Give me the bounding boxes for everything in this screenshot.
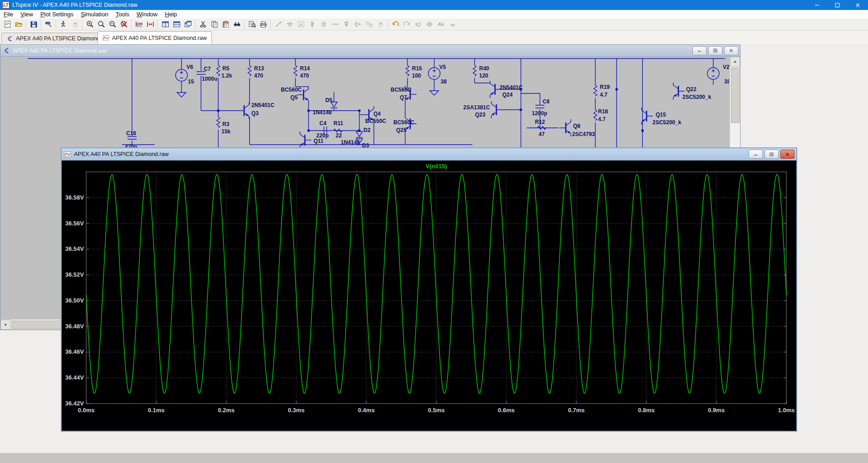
place-inductor-button [329, 19, 341, 30]
open-button[interactable] [13, 19, 25, 30]
schematic-restore-button[interactable] [708, 46, 722, 55]
toolbar-separator [270, 20, 271, 29]
component-label: 15k [221, 128, 230, 135]
paste-button[interactable] [220, 19, 231, 30]
control-panel-button[interactable] [43, 19, 54, 30]
tile-vertical-button[interactable] [171, 19, 182, 30]
scroll-left-button[interactable] [0, 320, 10, 330]
y-axis-tick-label: 36.52V [62, 271, 84, 278]
x-axis-tick-label: 0.4ms [352, 407, 381, 414]
component-label: Q7 [400, 94, 407, 101]
y-axis-tick-label: 36.56V [62, 220, 84, 227]
menu-tools[interactable]: Tools [112, 10, 133, 19]
component-label: Q5 [290, 94, 298, 101]
component-label: 22 [336, 132, 342, 139]
component-label: C4 [319, 120, 326, 127]
redo-button [401, 19, 412, 30]
component-label: Q11 [314, 138, 324, 144]
zoom-in-button[interactable] [84, 19, 96, 30]
place-text-button: Aa [435, 19, 446, 30]
undo-button[interactable] [390, 19, 401, 30]
menu-help[interactable]: Help [161, 10, 181, 19]
component-label: 1.2k [221, 73, 232, 79]
component-label: 47 [539, 131, 544, 137]
autorange-y-axis-button[interactable] [133, 19, 145, 30]
save-button[interactable] [28, 19, 39, 30]
component-label: 4.7 [600, 92, 608, 98]
zoom-to-fit-button[interactable] [145, 19, 156, 30]
mdi-area: APEX A40 PA LTSPICE Diamond.asc C16470pV… [0, 44, 868, 463]
place-component-button [352, 19, 363, 30]
component-label: 470 [254, 73, 263, 79]
component-label: 120 [479, 73, 488, 79]
close-button[interactable] [848, 0, 868, 10]
waveform-window-titlebar[interactable]: APEX A40 PA LTSPICE Diamond.raw [62, 148, 796, 161]
scroll-up-button[interactable] [730, 57, 740, 67]
component-label: R15 [412, 65, 422, 72]
component-label: V2 [723, 64, 729, 70]
component-label: V6 [186, 64, 193, 70]
place-resistor-button [307, 19, 318, 30]
waveform-plot-pane[interactable]: V(n015) 36.58V36.56V36.54V36.52V36.50V36… [62, 161, 796, 431]
component-label: R5 [222, 65, 229, 72]
cascade-windows-button[interactable] [182, 19, 194, 30]
toolbar-separator [56, 20, 57, 29]
component-label: 2SC5200_k [652, 119, 681, 126]
zoom-full-extents-button[interactable] [118, 19, 130, 30]
component-label: 1N4148 [313, 109, 332, 116]
bottom-strip [0, 453, 868, 463]
component-label: 1N4148 [341, 139, 360, 146]
component-label: D2 [363, 127, 370, 133]
maximize-button[interactable] [827, 0, 848, 10]
x-axis-tick-label: 0.9ms [702, 407, 731, 414]
x-axis-tick-label: 0.6ms [492, 407, 521, 414]
minimize-button[interactable] [807, 0, 827, 10]
menu-file[interactable]: File [0, 10, 17, 19]
component-label: 2SC4793 [572, 131, 595, 137]
toolbar-separator [244, 20, 245, 29]
component-label: BC560C [393, 119, 414, 126]
menu-plot-settings[interactable]: Plot Settings [37, 10, 77, 19]
component-label: 2N5401C [251, 102, 275, 108]
waveform-minimize-button[interactable] [749, 150, 763, 159]
new-schematic-button[interactable] [2, 19, 13, 30]
menu-view[interactable]: View [17, 10, 37, 19]
component-label: R3 [222, 121, 229, 127]
find-button[interactable] [231, 19, 243, 30]
tile-horizontal-button[interactable] [160, 19, 171, 30]
toolbar-separator [131, 20, 132, 29]
mirror-button [424, 19, 435, 30]
spice-directive-button: .op [446, 19, 458, 30]
component-label: D5 [325, 97, 332, 103]
print-preview-button[interactable] [246, 19, 258, 30]
component-label: R14 [300, 65, 310, 72]
drag-button [375, 19, 386, 30]
print-button[interactable] [258, 19, 269, 30]
schematic-doc-icon [6, 35, 13, 42]
cut-button[interactable] [197, 19, 209, 30]
zoom-back-button[interactable] [96, 19, 107, 30]
copy-button[interactable] [209, 19, 220, 30]
schematic-close-button[interactable] [724, 46, 738, 55]
waveform-restore-button[interactable] [765, 150, 779, 159]
rotate-button: E [412, 19, 424, 30]
x-axis-tick-label: 0.5ms [422, 407, 451, 414]
svg-text:.op: .op [450, 23, 455, 27]
menu-window[interactable]: Window [133, 10, 161, 19]
svg-text:Aa: Aa [437, 21, 444, 27]
schematic-minimize-button[interactable] [692, 46, 706, 55]
vertical-scroll-thumb[interactable] [731, 68, 740, 123]
halt-button [69, 19, 81, 30]
zoom-out-button[interactable] [107, 19, 118, 30]
component-label: 2N5401C [500, 84, 523, 91]
y-axis-tick-label: 36.58V [62, 194, 84, 201]
waveform-close-button[interactable] [780, 150, 794, 159]
tab-waveform[interactable]: APEX A40 PA LTSPICE Diamond.raw [98, 31, 212, 44]
run-button[interactable] [58, 19, 69, 30]
move-button [363, 19, 375, 30]
y-axis-tick-label: 36.46V [62, 348, 84, 355]
schematic-window-titlebar[interactable]: APEX A40 PA LTSPICE Diamond.asc [0, 45, 740, 57]
menu-simulation[interactable]: Simulation [77, 10, 112, 19]
component-label: C7 [204, 66, 211, 72]
component-label: 1000u [202, 76, 217, 82]
